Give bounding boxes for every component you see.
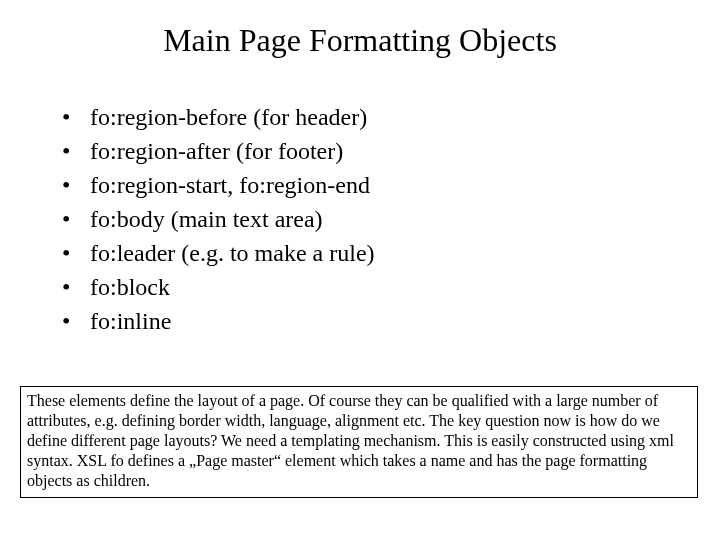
footer-note-box: These elements define the layout of a pa… <box>20 386 698 498</box>
list-item: fo:region-before (for header) <box>62 100 622 134</box>
slide-title: Main Page Formatting Objects <box>0 22 720 59</box>
list-item: fo:region-after (for footer) <box>62 134 622 168</box>
slide: Main Page Formatting Objects fo:region-b… <box>0 0 720 540</box>
bullet-list: fo:region-before (for header) fo:region-… <box>62 100 622 338</box>
footer-note: These elements define the layout of a pa… <box>27 391 691 491</box>
list-item: fo:region-start, fo:region-end <box>62 168 622 202</box>
list-item: fo:leader (e.g. to make a rule) <box>62 236 622 270</box>
list-item: fo:body (main text area) <box>62 202 622 236</box>
list-item: fo:block <box>62 270 622 304</box>
list-item: fo:inline <box>62 304 622 338</box>
